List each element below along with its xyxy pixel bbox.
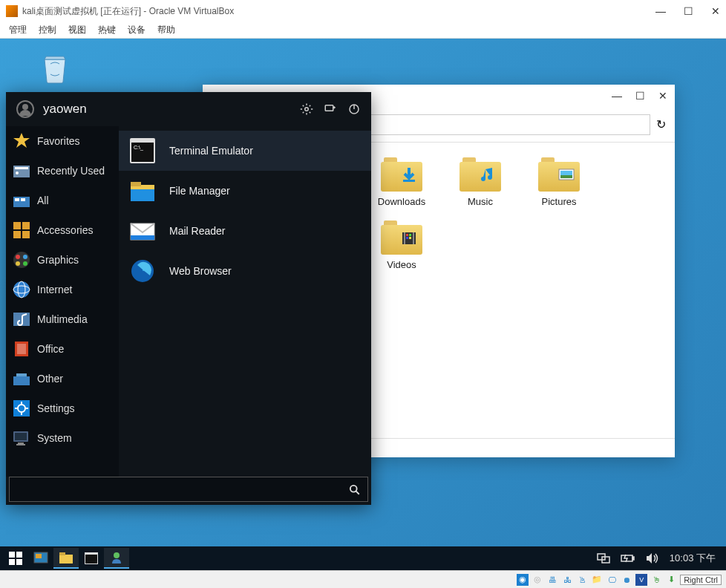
power-icon[interactable]	[347, 102, 361, 116]
vbox-hdd-icon[interactable]: ◉	[517, 574, 529, 586]
svg-point-32	[16, 261, 20, 266]
reload-icon[interactable]: ↻	[656, 117, 666, 131]
app-terminal-emulator[interactable]: C:\_ Terminal Emulator	[119, 131, 371, 171]
username-label: yaowen	[43, 102, 87, 117]
svg-point-57	[350, 485, 357, 491]
svg-rect-24	[21, 198, 25, 201]
svg-rect-55	[131, 235, 154, 240]
svg-rect-68	[85, 555, 97, 564]
fm-maximize-button[interactable]: ☐	[635, 90, 645, 102]
virtualbox-titlebar: kali桌面测试虚拟机 [正在运行] - Oracle VM VirtualBo…	[0, 0, 726, 22]
vbox-audio-icon[interactable]: 🖶	[546, 574, 558, 586]
category-office[interactable]: Office	[6, 334, 119, 364]
app-mail-reader[interactable]: Mail Reader	[119, 211, 371, 251]
category-system[interactable]: System	[6, 423, 119, 453]
svg-point-34	[13, 281, 30, 298]
settings-gear-icon[interactable]	[300, 102, 313, 116]
menu-control[interactable]: 控制	[39, 24, 56, 36]
lock-screen-icon[interactable]	[324, 102, 337, 116]
start-menu: yaowen Favorites Recently Used All Acces…	[6, 92, 371, 505]
svg-rect-23	[15, 198, 19, 201]
svg-rect-61	[9, 559, 15, 565]
svg-point-30	[16, 255, 20, 259]
svg-rect-45	[15, 433, 27, 440]
clock[interactable]: 10:03 下午	[670, 552, 716, 565]
virtualbox-menubar: 管理 控制 视图 热键 设备 帮助	[0, 22, 726, 39]
svg-point-69	[114, 552, 120, 558]
app-web-browser[interactable]: Web Browser	[119, 251, 371, 291]
folder-music[interactable]: Music	[448, 157, 513, 207]
maximize-button[interactable]: ☐	[684, 5, 693, 17]
svg-rect-53	[131, 189, 154, 201]
taskbar-show-desktop[interactable]	[28, 548, 53, 569]
svg-rect-60	[16, 552, 22, 558]
vbox-usb-icon[interactable]: 🖯	[576, 574, 588, 586]
battery-icon[interactable]	[621, 553, 635, 564]
svg-rect-52	[131, 182, 141, 186]
svg-rect-13	[406, 237, 408, 239]
vbox-display-icon[interactable]: 🖵	[606, 574, 618, 586]
svg-rect-14	[409, 237, 411, 239]
folder-videos[interactable]: Videos	[369, 220, 434, 270]
folder-pictures[interactable]: Pictures	[526, 157, 592, 207]
svg-rect-59	[9, 552, 15, 558]
taskbar-file-manager[interactable]	[53, 548, 79, 569]
close-button[interactable]: ✕	[711, 5, 720, 17]
vbox-recording-icon[interactable]: ⏺	[621, 574, 632, 586]
svg-line-58	[356, 491, 359, 494]
category-all[interactable]: All	[6, 186, 119, 215]
svg-rect-65	[59, 555, 73, 564]
svg-rect-25	[13, 222, 21, 229]
taskbar-terminal[interactable]	[79, 548, 104, 569]
folder-downloads[interactable]: Downloads	[369, 157, 434, 207]
menu-hotkeys[interactable]: 热键	[98, 24, 116, 36]
category-other[interactable]: Other	[6, 364, 119, 393]
svg-rect-73	[632, 557, 634, 560]
minimize-button[interactable]: —	[655, 5, 666, 17]
fm-minimize-button[interactable]: —	[612, 90, 622, 102]
category-recently-used[interactable]: Recently Used	[6, 156, 119, 186]
category-accessories[interactable]: Accessories	[6, 215, 119, 245]
vbox-cpu-icon[interactable]: V	[635, 574, 647, 586]
svg-rect-46	[18, 442, 24, 444]
svg-rect-9	[404, 232, 405, 244]
start-menu-search[interactable]	[9, 477, 368, 502]
category-multimedia[interactable]: Multimedia	[6, 304, 119, 334]
start-button[interactable]	[3, 548, 28, 569]
menu-manage[interactable]: 管理	[9, 24, 27, 36]
svg-point-15	[305, 108, 309, 111]
vbox-network-icon[interactable]: 🖧	[561, 574, 573, 586]
desktop-icon-recycle-bin[interactable]	[37, 52, 73, 97]
category-favorites[interactable]: Favorites	[6, 126, 119, 156]
guest-desktop: - File Manager — ☐ ✕ wen/ ↻ op A Documen…	[0, 39, 726, 570]
vbox-shared-folders-icon[interactable]: 📁	[591, 574, 603, 586]
volume-icon[interactable]	[646, 552, 659, 564]
svg-rect-66	[59, 552, 65, 555]
menu-view[interactable]: 视图	[68, 24, 86, 36]
start-menu-categories: Favorites Recently Used All Accessories …	[6, 126, 119, 477]
svg-rect-47	[16, 444, 25, 445]
vbox-keyboard-icon[interactable]: ⬇	[665, 574, 677, 586]
vbox-mouse-icon[interactable]: 🖰	[650, 574, 662, 586]
user-avatar-icon[interactable]	[16, 100, 34, 118]
taskbar: 10:03 下午	[0, 546, 726, 570]
category-settings[interactable]: Settings	[6, 393, 119, 423]
category-internet[interactable]: Internet	[6, 275, 119, 304]
svg-rect-7	[560, 175, 572, 178]
svg-rect-41	[16, 373, 27, 376]
app-file-manager[interactable]: File Manager	[119, 171, 371, 211]
svg-rect-62	[16, 559, 22, 565]
taskbar-user-app[interactable]	[104, 548, 129, 569]
menu-devices[interactable]: 设备	[128, 24, 145, 36]
vbox-optical-icon[interactable]: ◎	[532, 574, 543, 586]
network-icon[interactable]	[597, 552, 610, 564]
host-key-indicator[interactable]: Right Ctrl	[680, 575, 722, 585]
category-graphics[interactable]: Graphics	[6, 245, 119, 275]
fm-close-button[interactable]: ✕	[658, 90, 667, 102]
menu-help[interactable]: 帮助	[157, 24, 175, 36]
search-icon[interactable]	[341, 484, 367, 495]
svg-rect-39	[17, 344, 26, 354]
svg-rect-26	[22, 222, 30, 229]
svg-rect-11	[406, 234, 408, 236]
search-input[interactable]	[10, 484, 341, 495]
